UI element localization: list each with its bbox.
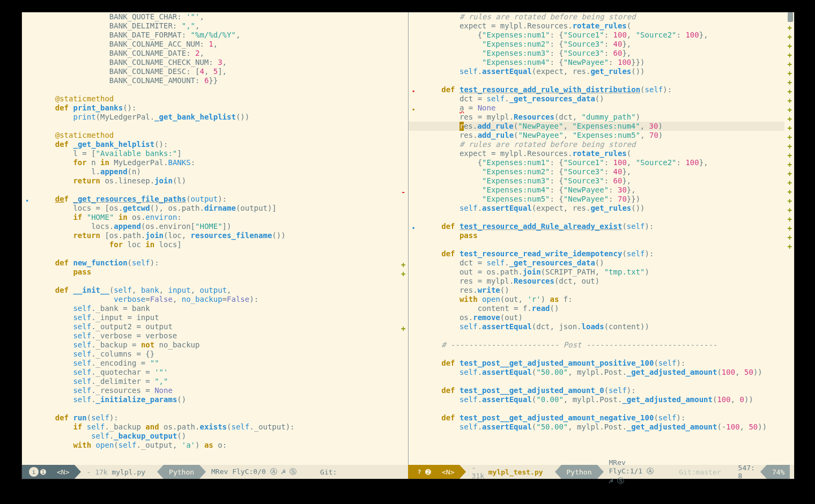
left-code-area[interactable]: BANK_QUOTE_CHAR: '"', BANK_DELIMITER: ",… [37,12,398,450]
code-line[interactable]: def print_banks(): [37,103,398,113]
code-line[interactable] [37,186,398,195]
code-line[interactable]: def __init__(self, bank, input, output, [37,286,398,295]
code-line[interactable]: a = None [424,103,785,113]
code-line[interactable]: def new_function(self): [37,258,398,268]
code-line[interactable]: locs.append(os.environ["HOME"]) [37,222,398,231]
code-line[interactable]: dct = self._get_resources_data() [424,258,785,268]
code-line[interactable]: "Expenses:num2": {"Source3": 40}, [424,40,785,49]
right-scrollbar[interactable] [788,12,793,465]
code-line[interactable]: if "HOME" in os.environ: [37,213,398,222]
code-line[interactable]: out = os.path.join(SCRIPT_PATH, "tmp.txt… [424,268,785,277]
code-line[interactable]: locs = [os.getcwd(), os.path.dirname(out… [37,204,398,213]
code-line[interactable]: def test_post__get_adjusted_amount_0(sel… [424,386,785,395]
code-line[interactable]: @staticmethod [37,131,398,140]
code-line[interactable]: def test_resource_read_write_idempotency… [424,249,785,258]
right-modeline[interactable]: ? ➋ <N> - 31k mylpl_test.py Python MRev … [408,465,794,479]
left-pane[interactable]: • BANK_QUOTE_CHAR: '"', BANK_DELIMITER: … [22,12,408,465]
code-line[interactable] [424,76,785,85]
code-line[interactable]: "Expenses:num3": {"Source3": 60}, [424,176,785,186]
code-line[interactable]: res.add_rule("NewPayee", "Expenses:num5"… [424,131,785,140]
code-line[interactable]: # rules are rotated before being stored [424,12,785,21]
code-line[interactable] [424,331,785,340]
code-line[interactable]: res = mylpl.Resources(dct, out) [424,277,785,286]
code-line[interactable]: pass [424,231,785,240]
code-line[interactable]: BANK_COLNAME_CHECK_NUM: 3, [37,58,398,67]
minor-modes[interactable]: MRev FlyC:1/1 Ⓐ ☭ Ⓢ [604,465,661,479]
code-line[interactable]: self._columns = {} [37,350,398,359]
code-line[interactable]: self._output2 = output [37,322,398,331]
code-line[interactable]: BANK_COLNAME_AMOUNT: 6}} [37,76,398,85]
code-line[interactable] [424,404,785,413]
code-line[interactable]: self._encoding = "" [37,359,398,368]
code-line[interactable]: self._verbose = verbose [37,331,398,340]
code-line[interactable]: "Expenses:num4": {"NewPayee": 30}, [424,186,785,195]
code-line[interactable]: def run(self): [37,413,398,423]
code-line[interactable]: self._backup = not no_backup [37,340,398,350]
code-line[interactable]: verbose=False, no_backup=False): [37,295,398,304]
code-line[interactable]: def _get_bank_helplist(): [37,140,398,149]
major-mode[interactable]: Python [164,465,199,479]
right-code-area[interactable]: # rules are rotated before being stored … [424,12,785,432]
code-line[interactable]: "Expenses:num2": {"Source3": 40}, [424,167,785,176]
code-line[interactable]: self._quotechar = '"' [37,368,398,377]
code-line[interactable]: def _get_resources_file_paths(output): [37,195,398,204]
code-line[interactable]: self.assertEqual("50.00", mylpl.Post._ge… [424,423,785,432]
code-line[interactable]: pass [37,268,398,277]
code-line[interactable]: # rules are rotated before being stored [424,140,785,149]
code-line[interactable]: def test_resource_add_rule_with_distribu… [424,85,785,94]
code-line[interactable]: with open(out, 'r') as f: [424,295,785,304]
code-line[interactable]: with open(self._output, 'a') as o: [37,441,398,450]
code-line[interactable] [424,240,785,249]
code-line[interactable] [37,249,398,258]
code-line[interactable]: BANK_COLNAME_DESC: [4, 5], [37,67,398,76]
code-line[interactable] [424,350,785,359]
code-line[interactable]: {"Expenses:num1": {"Source1": 100, "Sour… [424,31,785,40]
code-line[interactable]: os.remove(out) [424,313,785,322]
code-line[interactable]: self.assertEqual("50.00", mylpl.Post._ge… [424,368,785,377]
code-line[interactable]: @staticmethod [37,94,398,103]
scrollbar-thumb[interactable] [788,12,793,22]
code-line[interactable] [424,213,785,222]
code-line[interactable]: res.write() [424,286,785,295]
code-line[interactable]: return [os.path.join(loc, resources_file… [37,231,398,240]
code-line[interactable]: return os.linesep.join(l) [37,176,398,186]
code-line[interactable]: BANK_COLNAME_ACC_NUM: 1, [37,40,398,49]
code-line[interactable]: for loc in locs] [37,240,398,249]
code-line[interactable]: dct = self._get_resources_data() [424,94,785,103]
code-line[interactable]: BANK_DELIMITER: ",", [37,21,398,31]
code-line[interactable]: self._delimiter = "," [37,377,398,386]
code-line[interactable]: expect = mylpl.Resources.rotate_rules( [424,149,785,158]
code-line[interactable]: if self._backup and os.path.exists(self.… [37,423,398,432]
code-line[interactable]: self.assertEqual("0.00", mylpl.Post._get… [424,395,785,404]
code-line[interactable]: res = mylpl.Resources(dct, "dummy_path") [424,113,785,122]
code-line[interactable]: BANK_COLNAME_DATE: 2, [37,49,398,58]
code-line[interactable]: BANK_QUOTE_CHAR: '"', [37,12,398,21]
code-line[interactable]: {"Expenses:num1": {"Source1": 100, "Sour… [424,158,785,167]
minor-modes[interactable]: MRev FlyC:0/0 Ⓐ ☭ Ⓢ [206,465,302,479]
code-line[interactable]: "Expenses:num5": {"NewPayee": 70}}) [424,195,785,204]
code-line[interactable]: self._backup_output() [37,432,398,441]
code-line[interactable]: def test_post__get_adjusted_amount_posit… [424,359,785,368]
code-line[interactable]: for n in MyLedgerPal.BANKS: [37,158,398,167]
major-mode[interactable]: Python [561,465,597,479]
right-pane[interactable]: ••• # rules are rotated before being sto… [408,12,795,465]
code-line[interactable]: self.assertEqual(expect, res.get_rules()… [424,67,785,76]
left-modeline[interactable]: i ➊ <N> - 17k mylpl.py Python MRev FlyC:… [22,465,408,479]
code-line[interactable]: expect = mylpl.Resources.rotate_rules( [424,21,785,31]
code-line[interactable]: def test_resource_add_Rule_already_exist… [424,222,785,231]
code-line[interactable]: BANK_DATE_FORMAT: "%m/%d/%Y", [37,31,398,40]
code-line[interactable] [37,404,398,413]
code-line[interactable]: self._initialize_params() [37,395,398,404]
code-line[interactable] [37,277,398,286]
code-line[interactable]: self.assertEqual(expect, res.get_rules()… [424,204,785,213]
code-line[interactable]: self._input = input [37,313,398,322]
code-line[interactable]: res.add_rule("NewPayee", "Expenses:num4"… [409,122,795,131]
code-line[interactable]: self.assertEqual(dct, json.loads(content… [424,322,785,331]
code-line[interactable]: # ------------------------ Post --------… [424,340,785,350]
code-line[interactable]: "Expenses:num4": {"NewPayee": 100}}) [424,58,785,67]
code-line[interactable]: def test_post__get_adjusted_amount_negat… [424,413,785,423]
code-line[interactable]: l = ["Available banks:"] [37,149,398,158]
code-line[interactable]: print(MyLedgerPal._get_bank_helplist()) [37,113,398,122]
code-line[interactable] [37,85,398,94]
code-line[interactable]: content = f.read() [424,304,785,313]
